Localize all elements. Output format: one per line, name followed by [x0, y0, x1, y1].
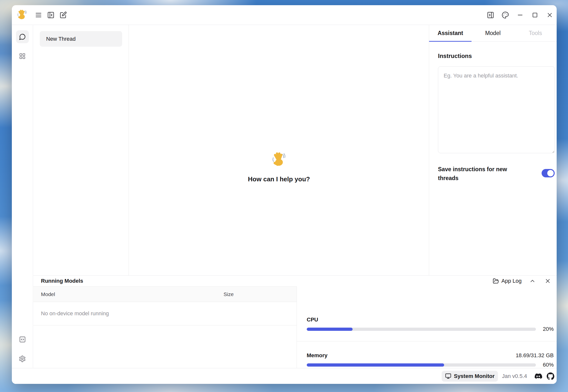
maximize-icon — [531, 12, 538, 19]
memory-progress-bar — [307, 363, 536, 367]
jan-app-window: New Thread — [12, 5, 557, 384]
jan-logo-waving-hand — [16, 9, 28, 21]
close-icon — [546, 12, 553, 19]
system-monitor-chip[interactable]: System Monitor — [442, 371, 498, 382]
code-square-icon — [19, 336, 26, 343]
waving-hand-emoji — [271, 152, 287, 168]
close-window-button[interactable] — [545, 10, 555, 20]
close-monitor-button[interactable] — [543, 277, 552, 285]
close-monitor-icon — [545, 278, 551, 284]
app-log-label: App Log — [501, 278, 522, 284]
settings-button[interactable] — [16, 352, 29, 365]
discord-link[interactable] — [534, 372, 542, 380]
github-link[interactable] — [546, 372, 555, 380]
memory-percent: 60% — [539, 362, 554, 368]
monitor-icon — [445, 373, 451, 379]
system-stats: CPU 20% Memory 18.69/31.32 GB — [297, 286, 557, 368]
minimize-icon — [517, 12, 524, 19]
compose-edit-icon — [59, 11, 67, 19]
chevron-up-icon — [529, 278, 536, 284]
cpu-progress-bar — [307, 328, 536, 331]
column-header-model: Model — [41, 291, 224, 297]
desktop-wallpaper: New Thread — [0, 0, 568, 392]
cpu-label: CPU — [307, 317, 554, 323]
theme-button[interactable] — [500, 10, 510, 20]
memory-usage: 18.69/31.32 GB — [516, 352, 554, 359]
github-icon — [547, 372, 554, 380]
hamburger-menu-icon — [35, 11, 42, 19]
assistant-panel-tabs: Assistant Model Tools — [429, 25, 557, 42]
panel-right-close-icon — [487, 11, 494, 19]
open-right-panel-button[interactable] — [486, 10, 495, 20]
tab-model[interactable]: Model — [472, 25, 514, 41]
left-icon-rail — [12, 25, 33, 368]
local-api-server-button[interactable] — [16, 333, 29, 346]
statusbar: System Monitor Jan v0.5.4 — [12, 368, 557, 384]
table-header-row: Model Size — [33, 286, 297, 302]
chat-area: How can I help you? — [129, 25, 429, 275]
palette-icon — [502, 11, 509, 19]
app-log-button[interactable]: App Log — [493, 278, 522, 284]
memory-progress-fill — [307, 363, 444, 367]
thread-list-item[interactable]: New Thread — [40, 31, 122, 47]
toggle-knob — [547, 170, 554, 176]
cpu-progress-fill — [307, 328, 353, 331]
main-menu-button[interactable] — [34, 10, 43, 20]
nav-hub-button[interactable] — [16, 50, 29, 62]
panel-left-close-icon — [47, 11, 55, 19]
instructions-textarea[interactable] — [438, 66, 555, 153]
save-instructions-label: Save instructions for new threads — [438, 165, 519, 183]
cpu-percent: 20% — [539, 326, 554, 332]
tab-tools[interactable]: Tools — [514, 25, 557, 41]
gear-icon — [19, 355, 26, 362]
maximize-window-button[interactable] — [530, 10, 540, 20]
folder-open-icon — [493, 278, 499, 284]
table-empty-row: No on-device model running — [33, 302, 297, 325]
nav-threads-button[interactable] — [16, 30, 29, 43]
discord-icon — [534, 372, 542, 380]
app-version: Jan v0.5.4 — [502, 373, 527, 379]
stats-divider — [297, 341, 557, 341]
minimize-window-button[interactable] — [515, 10, 525, 20]
thread-title: New Thread — [46, 36, 76, 42]
titlebar — [12, 5, 557, 25]
column-header-size: Size — [224, 291, 234, 297]
running-models-title: Running Models — [41, 278, 83, 284]
save-instructions-toggle[interactable] — [542, 169, 555, 177]
collapse-left-panel-button[interactable] — [46, 10, 56, 20]
collapse-monitor-button[interactable] — [528, 277, 537, 285]
chat-bubble-icon — [19, 33, 26, 40]
grid-icon — [19, 53, 26, 59]
instructions-heading: Instructions — [438, 53, 554, 59]
new-thread-button[interactable] — [58, 10, 68, 20]
tab-assistant[interactable]: Assistant — [429, 25, 472, 41]
running-models-table: Model Size No on-device model running — [33, 286, 297, 368]
assistant-panel: Assistant Model Tools Instructions Save … — [429, 25, 557, 275]
greeting-text: How can I help you? — [248, 175, 310, 183]
system-monitor-panel: Running Models App Log — [33, 275, 557, 368]
thread-list: New Thread — [33, 25, 129, 275]
system-monitor-header: Running Models App Log — [33, 276, 557, 286]
system-monitor-chip-label: System Monitor — [454, 373, 494, 379]
memory-label: Memory — [307, 352, 327, 359]
